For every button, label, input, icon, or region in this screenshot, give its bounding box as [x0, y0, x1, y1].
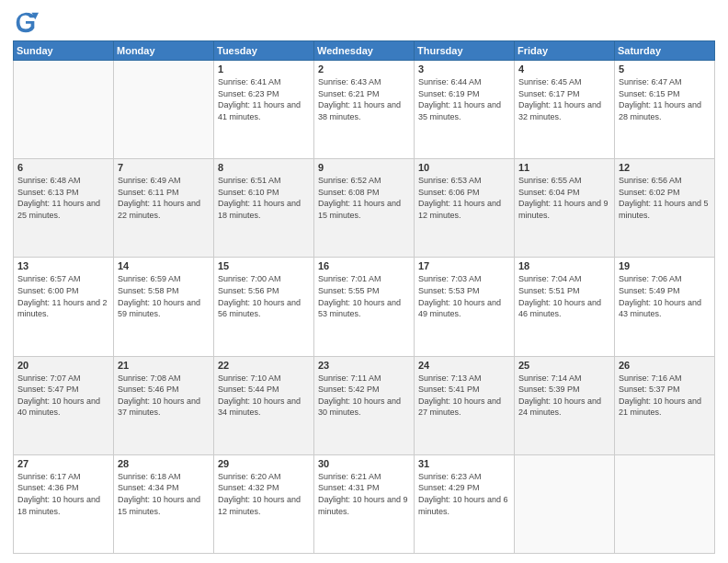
day-info: Sunrise: 7:13 AM Sunset: 5:41 PM Dayligh… — [418, 373, 510, 419]
day-info: Sunrise: 6:55 AM Sunset: 6:04 PM Dayligh… — [518, 175, 610, 221]
calendar-day-cell: 23Sunrise: 7:11 AM Sunset: 5:42 PM Dayli… — [314, 356, 415, 454]
header-day-wednesday: Wednesday — [314, 41, 415, 61]
calendar-week-row: 27Sunrise: 6:17 AM Sunset: 4:36 PM Dayli… — [14, 454, 715, 553]
day-info: Sunrise: 6:21 AM Sunset: 4:31 PM Dayligh… — [318, 471, 410, 517]
day-number: 27 — [17, 458, 109, 469]
calendar-week-row: 1Sunrise: 6:41 AM Sunset: 6:23 PM Daylig… — [14, 61, 715, 159]
day-number: 6 — [17, 162, 109, 173]
calendar-day-cell — [615, 454, 715, 553]
calendar-day-cell: 4Sunrise: 6:45 AM Sunset: 6:17 PM Daylig… — [515, 61, 615, 159]
calendar-day-cell: 27Sunrise: 6:17 AM Sunset: 4:36 PM Dayli… — [14, 454, 114, 553]
day-info: Sunrise: 6:45 AM Sunset: 6:17 PM Dayligh… — [518, 76, 610, 122]
calendar-day-cell: 20Sunrise: 7:07 AM Sunset: 5:47 PM Dayli… — [14, 356, 114, 454]
day-number: 2 — [318, 63, 410, 75]
day-number: 28 — [118, 458, 210, 469]
calendar-week-row: 6Sunrise: 6:48 AM Sunset: 6:13 PM Daylig… — [14, 159, 715, 258]
calendar-day-cell: 31Sunrise: 6:23 AM Sunset: 4:29 PM Dayli… — [415, 454, 515, 553]
day-number: 4 — [518, 63, 610, 75]
day-info: Sunrise: 6:23 AM Sunset: 4:29 PM Dayligh… — [418, 471, 510, 517]
day-number: 15 — [218, 260, 310, 271]
day-info: Sunrise: 7:14 AM Sunset: 5:39 PM Dayligh… — [518, 373, 610, 419]
day-number: 17 — [418, 260, 510, 271]
day-number: 12 — [619, 162, 711, 173]
day-number: 8 — [218, 162, 310, 173]
calendar-day-cell: 2Sunrise: 6:43 AM Sunset: 6:21 PM Daylig… — [314, 61, 415, 159]
day-info: Sunrise: 7:16 AM Sunset: 5:37 PM Dayligh… — [619, 373, 711, 419]
calendar-day-cell: 26Sunrise: 7:16 AM Sunset: 5:37 PM Dayli… — [615, 356, 715, 454]
page: SundayMondayTuesdayWednesdayThursdayFrid… — [0, 0, 728, 563]
day-info: Sunrise: 6:17 AM Sunset: 4:36 PM Dayligh… — [17, 471, 109, 517]
day-info: Sunrise: 6:52 AM Sunset: 6:08 PM Dayligh… — [318, 175, 410, 221]
day-number: 5 — [619, 63, 711, 75]
day-number: 22 — [218, 360, 310, 371]
calendar-day-cell: 29Sunrise: 6:20 AM Sunset: 4:32 PM Dayli… — [214, 454, 314, 553]
calendar-day-cell: 17Sunrise: 7:03 AM Sunset: 5:53 PM Dayli… — [415, 258, 515, 356]
header-day-monday: Monday — [114, 41, 214, 61]
day-info: Sunrise: 7:03 AM Sunset: 5:53 PM Dayligh… — [418, 273, 510, 319]
day-info: Sunrise: 6:51 AM Sunset: 6:10 PM Dayligh… — [218, 175, 310, 221]
calendar-day-cell — [114, 61, 214, 159]
calendar-header-row: SundayMondayTuesdayWednesdayThursdayFrid… — [14, 41, 715, 61]
header-day-friday: Friday — [515, 41, 615, 61]
calendar-day-cell: 12Sunrise: 6:56 AM Sunset: 6:02 PM Dayli… — [615, 159, 715, 258]
header-day-thursday: Thursday — [415, 41, 515, 61]
logo-icon — [13, 9, 39, 35]
calendar-day-cell: 7Sunrise: 6:49 AM Sunset: 6:11 PM Daylig… — [114, 159, 214, 258]
day-info: Sunrise: 6:57 AM Sunset: 6:00 PM Dayligh… — [17, 273, 109, 319]
calendar-day-cell: 21Sunrise: 7:08 AM Sunset: 5:46 PM Dayli… — [114, 356, 214, 454]
day-info: Sunrise: 7:10 AM Sunset: 5:44 PM Dayligh… — [218, 373, 310, 419]
day-info: Sunrise: 7:07 AM Sunset: 5:47 PM Dayligh… — [17, 373, 109, 419]
calendar-day-cell: 19Sunrise: 7:06 AM Sunset: 5:49 PM Dayli… — [615, 258, 715, 356]
day-number: 1 — [218, 63, 310, 75]
calendar-day-cell: 18Sunrise: 7:04 AM Sunset: 5:51 PM Dayli… — [515, 258, 615, 356]
day-info: Sunrise: 6:49 AM Sunset: 6:11 PM Dayligh… — [118, 175, 210, 221]
day-info: Sunrise: 6:18 AM Sunset: 4:34 PM Dayligh… — [118, 471, 210, 517]
calendar-body: 1Sunrise: 6:41 AM Sunset: 6:23 PM Daylig… — [14, 61, 715, 554]
day-info: Sunrise: 6:44 AM Sunset: 6:19 PM Dayligh… — [418, 76, 510, 122]
day-info: Sunrise: 7:00 AM Sunset: 5:56 PM Dayligh… — [218, 273, 310, 319]
calendar-day-cell: 8Sunrise: 6:51 AM Sunset: 6:10 PM Daylig… — [214, 159, 314, 258]
day-number: 24 — [418, 360, 510, 371]
day-number: 7 — [118, 162, 210, 173]
day-number: 30 — [318, 458, 410, 469]
day-number: 3 — [418, 63, 510, 75]
calendar-day-cell: 10Sunrise: 6:53 AM Sunset: 6:06 PM Dayli… — [415, 159, 515, 258]
day-info: Sunrise: 6:47 AM Sunset: 6:15 PM Dayligh… — [619, 76, 711, 122]
day-number: 23 — [318, 360, 410, 371]
day-number: 20 — [17, 360, 109, 371]
calendar-day-cell: 16Sunrise: 7:01 AM Sunset: 5:55 PM Dayli… — [314, 258, 415, 356]
day-info: Sunrise: 6:56 AM Sunset: 6:02 PM Dayligh… — [619, 175, 711, 221]
day-info: Sunrise: 7:08 AM Sunset: 5:46 PM Dayligh… — [118, 373, 210, 419]
day-info: Sunrise: 6:59 AM Sunset: 5:58 PM Dayligh… — [118, 273, 210, 319]
calendar-day-cell: 13Sunrise: 6:57 AM Sunset: 6:00 PM Dayli… — [14, 258, 114, 356]
calendar-day-cell: 22Sunrise: 7:10 AM Sunset: 5:44 PM Dayli… — [214, 356, 314, 454]
calendar-week-row: 13Sunrise: 6:57 AM Sunset: 6:00 PM Dayli… — [14, 258, 715, 356]
day-number: 19 — [619, 260, 711, 271]
day-info: Sunrise: 6:20 AM Sunset: 4:32 PM Dayligh… — [218, 471, 310, 517]
day-number: 16 — [318, 260, 410, 271]
header-day-tuesday: Tuesday — [214, 41, 314, 61]
calendar-day-cell: 14Sunrise: 6:59 AM Sunset: 5:58 PM Dayli… — [114, 258, 214, 356]
day-info: Sunrise: 7:11 AM Sunset: 5:42 PM Dayligh… — [318, 373, 410, 419]
day-number: 31 — [418, 458, 510, 469]
calendar-table: SundayMondayTuesdayWednesdayThursdayFrid… — [13, 40, 715, 554]
calendar-day-cell: 6Sunrise: 6:48 AM Sunset: 6:13 PM Daylig… — [14, 159, 114, 258]
day-number: 26 — [619, 360, 711, 371]
header-day-sunday: Sunday — [14, 41, 114, 61]
calendar-day-cell — [14, 61, 114, 159]
day-info: Sunrise: 6:48 AM Sunset: 6:13 PM Dayligh… — [17, 175, 109, 221]
calendar-day-cell: 28Sunrise: 6:18 AM Sunset: 4:34 PM Dayli… — [114, 454, 214, 553]
calendar-day-cell: 5Sunrise: 6:47 AM Sunset: 6:15 PM Daylig… — [615, 61, 715, 159]
calendar-day-cell: 9Sunrise: 6:52 AM Sunset: 6:08 PM Daylig… — [314, 159, 415, 258]
day-number: 9 — [318, 162, 410, 173]
calendar-day-cell: 1Sunrise: 6:41 AM Sunset: 6:23 PM Daylig… — [214, 61, 314, 159]
header-day-saturday: Saturday — [615, 41, 715, 61]
day-info: Sunrise: 7:06 AM Sunset: 5:49 PM Dayligh… — [619, 273, 711, 319]
day-number: 29 — [218, 458, 310, 469]
day-info: Sunrise: 6:41 AM Sunset: 6:23 PM Dayligh… — [218, 76, 310, 122]
calendar-day-cell: 25Sunrise: 7:14 AM Sunset: 5:39 PM Dayli… — [515, 356, 615, 454]
day-info: Sunrise: 7:04 AM Sunset: 5:51 PM Dayligh… — [518, 273, 610, 319]
day-number: 11 — [518, 162, 610, 173]
day-number: 13 — [17, 260, 109, 271]
day-number: 10 — [418, 162, 510, 173]
